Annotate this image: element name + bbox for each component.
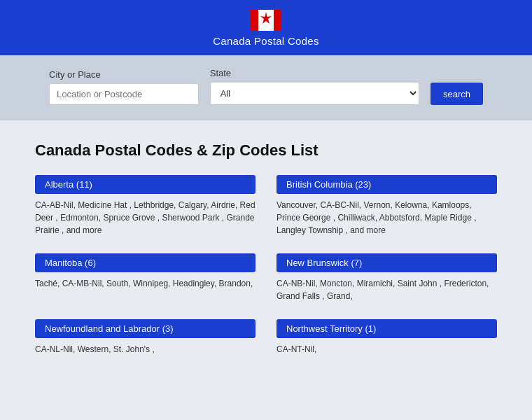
state-label: State (210, 68, 419, 78)
state-field: State All Alberta British Columbia Manit… (210, 68, 419, 105)
city-label: City or Place (49, 69, 199, 80)
state-select[interactable]: All Alberta British Columbia Manitoba Ne… (210, 82, 419, 105)
category-desc: CA-NL-Nil, Western, St. John's , (35, 343, 255, 356)
svg-rect-2 (274, 10, 281, 31)
main-content: Canada Postal Codes & Zip Codes List Alb… (0, 120, 532, 384)
site-header: Canada Postal Codes (0, 0, 532, 55)
category-item: Alberta (11)CA-AB-Nil, Medicine Hat , Le… (35, 175, 255, 237)
canada-flag-icon (251, 10, 281, 31)
category-badge[interactable]: Northwest Territory (1) (276, 319, 497, 338)
category-item: Newfoundland and Labrador (3)CA-NL-Nil, … (35, 319, 255, 356)
category-item: Northwest Territory (1)CA-NT-Nil, (276, 319, 497, 356)
category-badge[interactable]: Alberta (11) (35, 175, 255, 194)
category-badge[interactable]: New Brunswick (7) (276, 253, 497, 272)
category-badge[interactable]: Manitoba (6) (35, 253, 255, 272)
category-item: New Brunswick (7)CA-NB-Nil, Moncton, Mir… (276, 253, 497, 302)
search-container: City or Place State All Alberta British … (21, 68, 511, 105)
category-item: Manitoba (6)Taché, CA-MB-Nil, South, Win… (35, 253, 255, 302)
category-badge[interactable]: British Columbia (23) (276, 175, 497, 194)
city-field: City or Place (49, 69, 199, 105)
category-desc: CA-NT-Nil, (276, 343, 497, 356)
category-badge[interactable]: Newfoundland and Labrador (3) (35, 319, 255, 338)
category-desc: CA-NB-Nil, Moncton, Miramichi, Saint Joh… (276, 277, 497, 302)
category-desc: Taché, CA-MB-Nil, South, Winnipeg, Headi… (35, 277, 255, 290)
city-input[interactable] (49, 83, 199, 105)
category-desc: CA-AB-Nil, Medicine Hat , Lethbridge, Ca… (35, 199, 255, 237)
svg-rect-1 (251, 10, 258, 31)
site-title: Canada Postal Codes (213, 35, 319, 47)
search-section: City or Place State All Alberta British … (0, 55, 532, 120)
search-button[interactable]: search (430, 83, 483, 105)
category-item: British Columbia (23)Vancouver, CA-BC-Ni… (276, 175, 497, 237)
page-heading: Canada Postal Codes & Zip Codes List (35, 141, 497, 160)
categories-grid: Alberta (11)CA-AB-Nil, Medicine Hat , Le… (35, 175, 497, 356)
category-desc: Vancouver, CA-BC-Nil, Vernon, Kelowna, K… (276, 199, 497, 237)
